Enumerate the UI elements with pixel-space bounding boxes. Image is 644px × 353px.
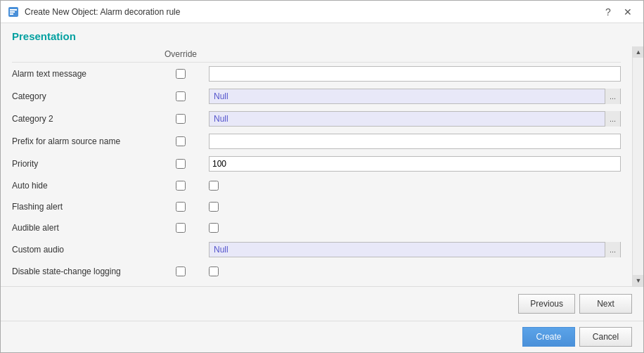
main-window: Create New Object: Alarm decoration rule… [0, 0, 644, 353]
null-btn-category2[interactable]: ... [605, 111, 620, 127]
override-alarm-text-message [153, 69, 209, 79]
content-area: Presentation Override Alarm text message [1, 23, 643, 352]
scroll-down-button[interactable]: ▼ [633, 275, 643, 286]
label-flashing-alert: Flashing alert [12, 202, 153, 212]
label-category2: Category 2 [12, 114, 153, 124]
checkbox-audible-alert[interactable] [209, 223, 219, 233]
label-priority: Priority [12, 159, 153, 169]
section-title: Presentation [1, 23, 643, 46]
row-prefix: Prefix for alarm source name [12, 130, 621, 153]
override-auto-hide [153, 181, 209, 191]
checkbox-override-auto-hide[interactable] [176, 181, 186, 191]
row-priority: Priority [12, 153, 621, 175]
close-button[interactable]: ✕ [619, 4, 636, 20]
form-header: Override [12, 46, 621, 63]
override-category [153, 91, 209, 101]
value-custom-audio: Null ... [209, 242, 621, 257]
app-icon [8, 6, 19, 18]
checkbox-override-audible-alert[interactable] [176, 223, 186, 233]
row-alarm-text-message: Alarm text message [12, 63, 621, 85]
override-header: Override [153, 49, 209, 59]
svg-rect-2 [10, 11, 15, 13]
form-scroll[interactable]: Override Alarm text message Category [1, 46, 632, 286]
null-text-category: Null [210, 91, 605, 101]
null-text-category2: Null [210, 114, 605, 124]
footer-actions: Create Cancel [1, 321, 643, 352]
checkbox-override-category[interactable] [176, 91, 186, 101]
override-category2 [153, 114, 209, 124]
svg-rect-3 [10, 13, 13, 15]
value-category: Null ... [209, 89, 621, 104]
row-auto-hide: Auto hide [12, 175, 621, 196]
value-auto-hide [209, 181, 621, 191]
titlebar-left: Create New Object: Alarm decoration rule [8, 6, 180, 18]
value-prefix [209, 134, 621, 149]
input-alarm-text-message[interactable] [209, 66, 621, 82]
scrollbar: ▲ ▼ [632, 46, 643, 286]
value-disable-logging [209, 267, 621, 276]
checkbox-flashing-alert[interactable] [209, 202, 219, 212]
titlebar-controls: ? ✕ [600, 4, 636, 20]
value-flashing-alert [209, 202, 621, 212]
checkbox-override-priority[interactable] [176, 159, 186, 169]
label-custom-audio: Custom audio [12, 245, 153, 255]
label-disable-logging: Disable state-change logging [12, 267, 153, 276]
checkbox-override-prefix[interactable] [176, 136, 186, 146]
label-auto-hide: Auto hide [12, 181, 153, 191]
override-disable-logging [153, 267, 209, 276]
override-audible-alert [153, 223, 209, 233]
row-individual-ack: Individual acknowledgement [12, 282, 621, 286]
override-flashing-alert [153, 202, 209, 212]
row-flashing-alert: Flashing alert [12, 196, 621, 217]
override-prefix [153, 136, 209, 146]
input-priority[interactable] [209, 156, 621, 172]
dropdown-category[interactable]: Null ... [209, 89, 621, 104]
value-category2: Null ... [209, 111, 621, 127]
null-btn-custom-audio[interactable]: ... [605, 242, 620, 257]
row-audible-alert: Audible alert [12, 217, 621, 238]
value-priority [209, 156, 621, 172]
checkbox-override-category2[interactable] [176, 114, 186, 124]
form-area: Override Alarm text message Category [1, 46, 643, 286]
row-category2: Category 2 Null ... [12, 108, 621, 130]
label-prefix: Prefix for alarm source name [12, 136, 153, 146]
row-disable-logging: Disable state-change logging [12, 261, 621, 282]
input-prefix[interactable] [209, 134, 621, 149]
override-priority [153, 159, 209, 169]
next-button[interactable]: Next [579, 294, 632, 314]
svg-rect-1 [10, 9, 17, 11]
checkbox-override-alarm-text-message[interactable] [176, 69, 186, 79]
value-audible-alert [209, 223, 621, 233]
value-alarm-text-message [209, 66, 621, 82]
null-btn-category[interactable]: ... [605, 89, 620, 104]
checkbox-override-disable-logging[interactable] [176, 267, 186, 276]
dropdown-category2[interactable]: Null ... [209, 111, 621, 127]
scroll-track [633, 58, 643, 275]
dropdown-custom-audio[interactable]: Null ... [209, 242, 621, 257]
label-alarm-text-message: Alarm text message [12, 69, 153, 79]
footer-nav: Previous Next [1, 286, 643, 321]
checkbox-disable-logging[interactable] [209, 267, 219, 276]
scroll-up-button[interactable]: ▲ [633, 46, 643, 58]
checkbox-override-flashing-alert[interactable] [176, 202, 186, 212]
help-button[interactable]: ? [600, 4, 617, 20]
titlebar: Create New Object: Alarm decoration rule… [1, 1, 643, 23]
cancel-button[interactable]: Cancel [579, 327, 632, 347]
row-custom-audio: Custom audio Null ... [12, 238, 621, 261]
label-audible-alert: Audible alert [12, 223, 153, 233]
null-text-custom-audio: Null [210, 245, 605, 255]
row-category: Category Null ... [12, 85, 621, 108]
previous-button[interactable]: Previous [518, 294, 575, 314]
create-button[interactable]: Create [522, 327, 575, 347]
checkbox-auto-hide[interactable] [209, 181, 219, 191]
window-title: Create New Object: Alarm decoration rule [25, 7, 180, 17]
label-category: Category [12, 91, 153, 101]
